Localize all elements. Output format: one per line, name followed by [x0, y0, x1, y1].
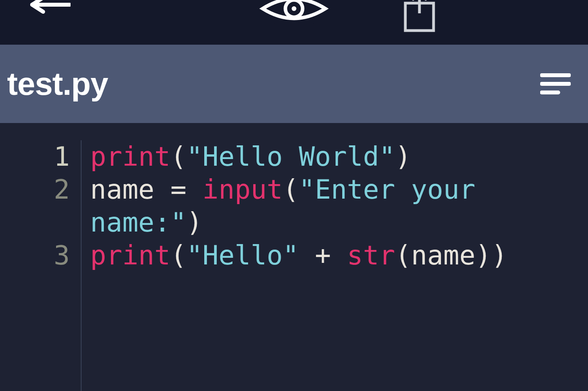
back-button[interactable] [27, 0, 71, 21]
code-area[interactable]: print("Hello World")name = input("Enter … [82, 140, 588, 391]
code-line[interactable]: print("Hello World") [90, 140, 588, 173]
list-icon [540, 72, 571, 96]
code-token: print [90, 240, 171, 271]
code-token: ( [171, 141, 187, 172]
code-token: "Hello" [187, 240, 299, 271]
code-token: "Enter your [299, 174, 491, 205]
svg-point-2 [292, 6, 296, 11]
file-header: test.py [0, 45, 588, 123]
app-toolbar [0, 0, 588, 45]
code-token: print [90, 141, 171, 172]
code-token: name [411, 240, 475, 271]
line-number: 1 [0, 140, 70, 173]
code-token: + [299, 240, 347, 271]
code-token: "Hello World" [187, 141, 395, 172]
share-icon [400, 27, 439, 34]
code-token: ( [171, 240, 187, 271]
share-button[interactable] [400, 0, 439, 34]
line-gutter: 123 [0, 140, 82, 391]
code-token: input [203, 174, 283, 205]
eye-icon [259, 23, 329, 29]
code-token: = [171, 174, 203, 205]
outline-button[interactable] [540, 72, 571, 96]
code-token: ) [395, 141, 411, 172]
code-token: ( [395, 240, 411, 271]
code-editor[interactable]: 123 print("Hello World")name = input("En… [0, 123, 588, 391]
code-token: str [347, 240, 395, 271]
code-line[interactable]: print("Hello" + str(name)) [90, 239, 588, 272]
code-token: ) [187, 207, 203, 238]
code-token: name:" [90, 207, 187, 238]
file-name: test.py [7, 65, 108, 102]
line-number: 2 [0, 173, 70, 239]
code-line[interactable]: name = input("Enter your [90, 173, 588, 206]
preview-button[interactable] [259, 0, 329, 30]
line-number: 3 [0, 239, 70, 272]
code-line-wrap[interactable]: name:") [90, 206, 588, 239]
back-arrow-icon [27, 0, 71, 21]
code-token: )) [475, 240, 508, 271]
code-token: name [90, 174, 171, 205]
code-token: ( [283, 174, 299, 205]
